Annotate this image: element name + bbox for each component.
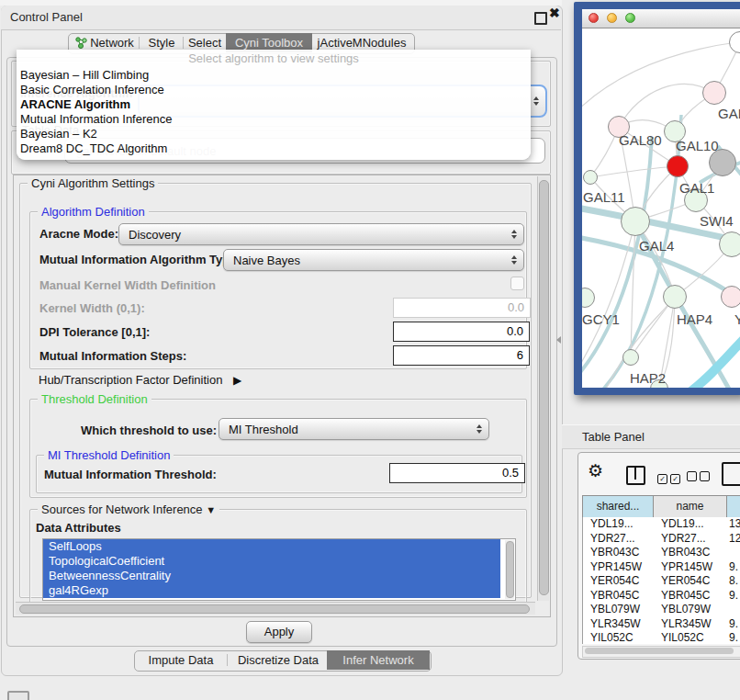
column-header-shared[interactable]: shared... bbox=[583, 496, 654, 517]
table-row[interactable]: YLR345WYLR345W9. bbox=[583, 617, 740, 632]
control-panel-titlebar: Control Panel bbox=[1, 6, 561, 30]
combo-spinner-icon bbox=[511, 255, 517, 265]
chevron-right-icon: ▶ bbox=[233, 374, 241, 387]
threshold-definition-group: Threshold Definition Which threshold to … bbox=[29, 399, 527, 498]
network-node[interactable] bbox=[622, 349, 639, 366]
table-row[interactable]: YER054CYER054C8. bbox=[583, 574, 740, 589]
minimized-panel-icon[interactable] bbox=[7, 691, 29, 700]
algorithm-option[interactable]: Dream8 DC_TDC Algorithm bbox=[20, 141, 525, 156]
gear-icon[interactable]: ⚙ bbox=[588, 460, 603, 481]
algorithm-option[interactable]: Bayesian – Hill Climbing bbox=[20, 68, 525, 83]
aracne-mode-label: Aracne Mode: bbox=[39, 227, 118, 241]
manual-kernel-width-checkbox[interactable] bbox=[510, 277, 524, 290]
table-cell: 8. bbox=[727, 574, 738, 589]
table-cell: YDL19... bbox=[583, 517, 654, 532]
table-row[interactable]: YIL052CYIL052C9. bbox=[583, 631, 740, 644]
algorithm-option-selected[interactable]: ARACNE Algorithm bbox=[20, 97, 525, 112]
column-header-name[interactable]: name bbox=[654, 496, 727, 517]
chevron-down-icon: ▼ bbox=[206, 504, 216, 515]
close-traffic-light[interactable] bbox=[589, 13, 599, 23]
select-all-icon[interactable]: ✓✓ bbox=[657, 469, 683, 485]
mi-steps-field[interactable]: 6 bbox=[393, 345, 530, 366]
vertical-scrollbar bbox=[537, 176, 549, 601]
table-cell: YER054C bbox=[583, 574, 654, 589]
aracne-mode-combobox[interactable]: Discovery bbox=[118, 223, 524, 245]
table-cell: 12 bbox=[727, 532, 740, 547]
table-cell: YDR27... bbox=[583, 532, 654, 547]
table-cell: YDL19... bbox=[654, 517, 727, 532]
table-row[interactable]: YBR045CYBR045C9. bbox=[583, 589, 740, 604]
tab-impute-data[interactable]: Impute Data bbox=[138, 650, 224, 670]
dpi-tolerance-field[interactable]: 0.0 bbox=[393, 322, 530, 342]
tab-discretize-data[interactable]: Discretize Data bbox=[231, 650, 325, 670]
network-node[interactable] bbox=[583, 170, 598, 185]
float-window-icon[interactable] bbox=[534, 12, 547, 25]
mi-type-combobox[interactable]: Naive Bayes bbox=[223, 249, 524, 271]
network-node[interactable] bbox=[621, 207, 650, 236]
settings-scrollpane: Cyni Algorithm Settings Algorithm Defini… bbox=[13, 175, 551, 617]
kernel-width-label: Kernel Width (0,1): bbox=[39, 301, 145, 315]
table-row[interactable]: YDR27...YDR27...12 bbox=[583, 532, 740, 547]
network-view-inner: GALGAL80GAL10GAL1GAL11GAL4SWI4GCY1HAP4YH… bbox=[582, 9, 740, 388]
zoom-traffic-light[interactable] bbox=[625, 13, 635, 23]
table-row[interactable]: YPR145WYPR145W9. bbox=[583, 560, 740, 575]
kernel-width-field[interactable]: 0.0 bbox=[393, 298, 531, 318]
scrollbar-thumb[interactable] bbox=[506, 541, 514, 598]
table-cell: 9. bbox=[727, 631, 738, 644]
algorithm-option[interactable]: Basic Correlation Inference bbox=[20, 83, 525, 97]
scrollbar-thumb[interactable] bbox=[539, 180, 549, 595]
table-row[interactable]: YBR043CYBR043C bbox=[583, 546, 740, 560]
algorithm-option[interactable]: Mutual Information Inference bbox=[20, 112, 525, 127]
panel-splitter-handle[interactable] bbox=[556, 336, 561, 344]
control-panel-title: Control Panel bbox=[10, 6, 83, 29]
mi-type-label: Mutual Information Algorithm Type: bbox=[39, 253, 241, 266]
network-node-label: HAP4 bbox=[677, 311, 712, 327]
which-threshold-combobox[interactable]: MI Threshold bbox=[219, 418, 489, 440]
table-cell: YBL079W bbox=[654, 603, 727, 617]
network-node[interactable] bbox=[721, 286, 740, 308]
table-panel-titlebar: Table Panel bbox=[562, 424, 740, 449]
table-cell: YPR145W bbox=[583, 560, 654, 575]
network-node[interactable] bbox=[663, 285, 687, 309]
mi-threshold-field[interactable]: 0.5 bbox=[389, 463, 525, 483]
sources-toggle[interactable]: Sources for Network Inference ▼ bbox=[38, 502, 219, 516]
mi-type-value: Naive Bayes bbox=[233, 254, 300, 267]
columns-icon[interactable] bbox=[626, 466, 645, 485]
manual-kernel-width-label: Manual Kernel Width Definition bbox=[39, 278, 216, 292]
network-window-titlebar bbox=[582, 9, 740, 28]
table-cell: YDR27... bbox=[654, 532, 727, 547]
aracne-mode-value: Discovery bbox=[129, 228, 181, 242]
minimize-traffic-light[interactable] bbox=[607, 13, 617, 23]
hub-definition-toggle[interactable]: Hub/Transcription Factor Definition ▶ bbox=[39, 373, 241, 387]
table-cell: 9. bbox=[727, 589, 738, 604]
table-row[interactable]: YBL079WYBL079W bbox=[583, 603, 740, 617]
network-node[interactable] bbox=[702, 81, 726, 105]
table-row[interactable]: YDL19...YDL19...13 bbox=[583, 517, 740, 532]
algorithm-definition-group: Algorithm Definition Aracne Mode: Discov… bbox=[29, 211, 527, 369]
mi-threshold-definition-title: MI Threshold Definition bbox=[44, 448, 174, 462]
attribute-item[interactable]: BetweennessCentrality bbox=[43, 569, 500, 583]
attribute-item[interactable]: SelfLoops bbox=[43, 539, 500, 554]
network-node-label: Y bbox=[734, 311, 740, 327]
table-cell: YBR043C bbox=[583, 546, 654, 560]
close-icon[interactable]: ✖ bbox=[549, 6, 560, 20]
table-cell: YBR045C bbox=[654, 589, 727, 604]
import-table-icon[interactable] bbox=[722, 462, 740, 486]
attribute-item[interactable]: TopologicalCoefficient bbox=[43, 554, 500, 569]
tab-infer-network[interactable]: Infer Network bbox=[327, 650, 430, 670]
table-rows: YDL19...YDL19...13YDR27...YDR27...12YBR0… bbox=[582, 517, 740, 644]
algorithm-dropdown-prompt: Select algorithm to view settings bbox=[17, 51, 531, 65]
network-node[interactable] bbox=[667, 155, 689, 177]
scrollbar-thumb[interactable] bbox=[585, 648, 734, 654]
network-canvas[interactable]: GALGAL80GAL10GAL1GAL11GAL4SWI4GCY1HAP4YH… bbox=[582, 28, 740, 388]
network-node[interactable] bbox=[719, 231, 740, 257]
apply-button[interactable]: Apply bbox=[246, 621, 312, 643]
mi-steps-label: Mutual Information Steps: bbox=[39, 349, 186, 363]
column-header-partial[interactable]: A bbox=[727, 496, 740, 517]
scrollbar-thumb[interactable] bbox=[19, 604, 530, 614]
algorithm-option[interactable]: Bayesian – K2 bbox=[20, 127, 525, 141]
algorithm-definition-title: Algorithm Definition bbox=[38, 205, 149, 219]
attribute-item[interactable]: gal4RGexp bbox=[43, 583, 500, 598]
network-node-label: GAL80 bbox=[619, 132, 662, 148]
deselect-all-icon[interactable] bbox=[687, 469, 712, 485]
